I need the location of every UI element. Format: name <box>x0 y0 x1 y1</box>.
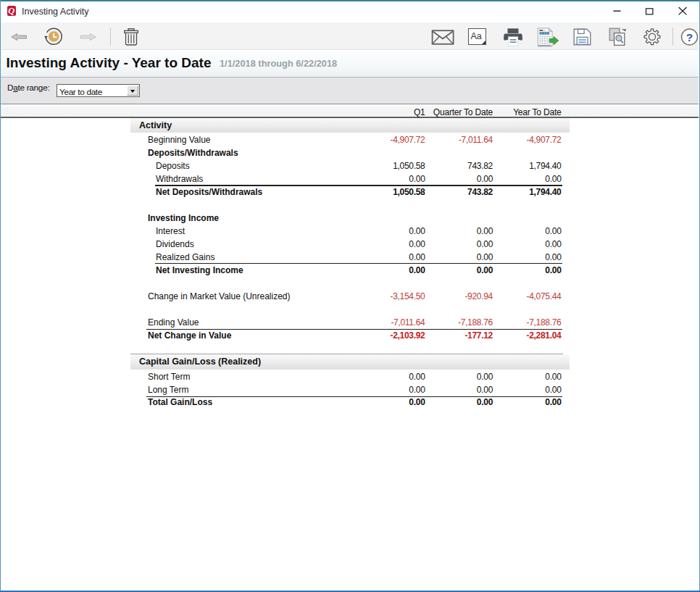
svg-text:?: ? <box>686 31 693 43</box>
